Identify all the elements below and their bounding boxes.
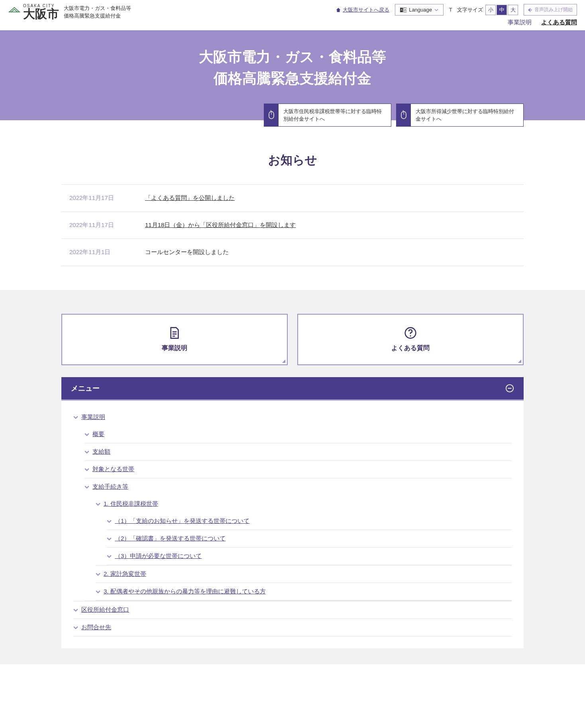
news-list: 2022年11月17日 「よくある質問」を公開しました 2022年11月17日 …: [61, 184, 524, 266]
menu-panel: メニュー 事業説明 概要 支給額 対象となる世帯: [61, 377, 524, 648]
sound-icon: [528, 8, 533, 12]
menu-item-ward[interactable]: 区役所給付金窓口: [73, 601, 129, 618]
news-date: 2022年11月17日: [69, 194, 129, 202]
size-medium-button[interactable]: 中: [497, 5, 507, 15]
news-item: 2022年11月17日 「よくある質問」を公開しました: [61, 185, 524, 212]
back-to-site-link[interactable]: 大阪市サイトへ戻る: [336, 6, 389, 14]
card-faq[interactable]: よくある質問: [297, 314, 524, 365]
news-date: 2022年11月17日: [69, 221, 129, 229]
back-link-label: 大阪市サイトへ戻る: [343, 6, 389, 14]
hero-link1-label: 大阪市住民税非課税世帯等に対する臨時特別給付金サイトへ: [279, 104, 391, 126]
chevron-down-icon: [107, 519, 112, 524]
card-row: 事業説明 よくある質問: [61, 314, 524, 365]
menu-item-overview[interactable]: 概要: [84, 426, 104, 443]
hero-title: 大阪市電力・ガス・食料品等 価格高騰緊急支援給付金: [0, 46, 585, 89]
site-title-line2: 価格高騰緊急支援給付金: [64, 12, 131, 20]
chevron-down-icon: [434, 8, 438, 12]
site-title: 大阪市電力・ガス・食料品等 価格高騰緊急支援給付金: [64, 4, 131, 20]
logo-title: 大阪市: [23, 8, 59, 20]
hero-banner: 大阪市電力・ガス・食料品等 価格高騰緊急支援給付金 大阪市住民税非課税世帯等に対…: [0, 30, 585, 120]
menu-title: メニュー: [71, 384, 100, 393]
chevron-down-icon: [107, 554, 112, 559]
question-icon: [404, 327, 417, 339]
news-date: 2022年11月1日: [69, 249, 129, 256]
hero-link-income[interactable]: 大阪市所得減少世帯に対する臨時特別給付金サイトへ: [396, 104, 524, 127]
minus-circle-icon: [505, 384, 514, 393]
svg-text:A: A: [401, 8, 403, 11]
chevron-down-icon: [73, 608, 78, 613]
menu-label: 対象となる世帯: [92, 466, 134, 473]
city-logo: OSAKA CITY 大阪市: [8, 4, 59, 20]
chevron-down-icon: [84, 450, 89, 454]
header-left: OSAKA CITY 大阪市 大阪市電力・ガス・食料品等 価格高騰緊急支援給付金: [8, 4, 131, 20]
menu-label: 支給額: [92, 448, 110, 456]
language-label: Language: [409, 7, 432, 13]
menu-label: （3）申請が必要な世帯について: [115, 552, 202, 560]
menu-item-contact[interactable]: お問合せ先: [73, 619, 111, 636]
news-heading: お知らせ: [61, 152, 524, 168]
chevron-down-icon: [96, 589, 100, 594]
tts-label: 音声読み上げ開始: [534, 6, 573, 13]
news-item: 2022年11月17日 11月18日（金）から「区役所給付金窓口」を開設します: [61, 212, 524, 239]
hero-link2-label: 大阪市所得減少世帯に対する臨時特別給付金サイトへ: [411, 104, 523, 126]
menu-label: お問合せ先: [81, 624, 111, 631]
menu-label: 2. 家計急変世帯: [104, 570, 146, 578]
chevron-down-icon: [96, 502, 100, 507]
menu-label: 1. 住民税非課税世帯: [104, 500, 158, 508]
header-right: 大阪市サイトへ戻る Aあ Language T 文字サイズ 小 中 大 音声読み…: [336, 4, 577, 26]
nav-cards-section: 事業説明 よくある質問 メニュー 事業説明: [0, 290, 585, 664]
news-item: 2022年11月1日 コールセンターを開設しました: [61, 239, 524, 266]
news-section: お知らせ 2022年11月17日 「よくある質問」を公開しました 2022年11…: [53, 120, 532, 290]
mouse-icon: [264, 104, 279, 126]
menu-toggle[interactable]: メニュー: [61, 377, 524, 401]
globe-icon: Aあ: [400, 8, 406, 12]
site-header: OSAKA CITY 大阪市 大阪市電力・ガス・食料品等 価格高騰緊急支援給付金…: [0, 0, 585, 30]
menu-item-proc3[interactable]: 3. 配偶者やその他親族からの暴力等を理由に避難している方: [96, 583, 266, 600]
mouse-icon: [397, 104, 411, 126]
menu-label: （1）「支給のお知らせ」を発送する世帯について: [115, 517, 249, 525]
menu-item-business[interactable]: 事業説明: [73, 409, 105, 426]
menu-body: 事業説明 概要 支給額 対象となる世帯 支給手続き等 1. 住民税非課税世帯: [61, 401, 524, 648]
menu-item-proc1-2[interactable]: （2）「確認書」を発送する世帯について: [107, 530, 226, 547]
menu-label: （2）「確認書」を発送する世帯について: [115, 535, 226, 542]
hero-title-line2: 価格高騰緊急支援給付金: [0, 68, 585, 89]
hero-link-nontax[interactable]: 大阪市住民税非課税世帯等に対する臨時特別給付金サイトへ: [264, 104, 391, 127]
svg-point-14: [410, 335, 411, 337]
chevron-down-icon: [84, 432, 89, 437]
menu-item-target[interactable]: 対象となる世帯: [84, 461, 134, 478]
text-size-label: 文字サイズ: [457, 6, 483, 14]
language-button[interactable]: Aあ Language: [395, 4, 444, 16]
menu-item-proc2[interactable]: 2. 家計急変世帯: [96, 566, 146, 583]
hero-links: 大阪市住民税非課税世帯等に対する臨時特別給付金サイトへ 大阪市所得減少世帯に対す…: [53, 104, 532, 127]
chevron-down-icon: [73, 415, 78, 420]
menu-tree: 事業説明 概要 支給額 対象となる世帯 支給手続き等 1. 住民税非課税世帯: [73, 409, 512, 636]
card-faq-label: よくある質問: [391, 344, 430, 352]
site-title-line1: 大阪市電力・ガス・食料品等: [64, 4, 131, 12]
nav-faq-link[interactable]: よくある質問: [541, 19, 577, 26]
card-business[interactable]: 事業説明: [61, 314, 288, 365]
menu-item-proc1-3[interactable]: （3）申請が必要な世帯について: [107, 548, 202, 565]
svg-text:T: T: [449, 7, 452, 13]
osaka-logo-icon: [8, 6, 21, 18]
size-small-button[interactable]: 小: [485, 5, 496, 15]
menu-label: 概要: [92, 431, 104, 438]
chevron-down-icon: [107, 536, 112, 541]
svg-text:あ: あ: [404, 8, 407, 12]
news-link[interactable]: 「よくある質問」を公開しました: [145, 194, 235, 202]
menu-label: 支給手続き等: [92, 483, 128, 491]
menu-label: 3. 配偶者やその他親族からの暴力等を理由に避難している方: [104, 588, 266, 595]
news-link[interactable]: 11月18日（金）から「区役所給付金窓口」を開設します: [145, 221, 296, 229]
card-business-label: 事業説明: [162, 344, 187, 352]
menu-item-amount[interactable]: 支給額: [84, 443, 110, 460]
header-nav: 事業説明 よくある質問: [508, 19, 577, 26]
chevron-down-icon: [84, 467, 89, 472]
menu-label: 事業説明: [81, 413, 105, 421]
nav-business-link[interactable]: 事業説明: [508, 19, 532, 26]
tts-button[interactable]: 音声読み上げ開始: [524, 4, 577, 16]
menu-item-proc1-1[interactable]: （1）「支給のお知らせ」を発送する世帯について: [107, 513, 249, 530]
menu-item-procedure[interactable]: 支給手続き等: [84, 478, 128, 495]
text-size-control: T 文字サイズ 小 中 大: [449, 5, 518, 15]
menu-item-proc1[interactable]: 1. 住民税非課税世帯: [96, 495, 158, 513]
size-large-button[interactable]: 大: [508, 5, 518, 15]
header-toolbar: 大阪市サイトへ戻る Aあ Language T 文字サイズ 小 中 大 音声読み…: [336, 4, 577, 16]
